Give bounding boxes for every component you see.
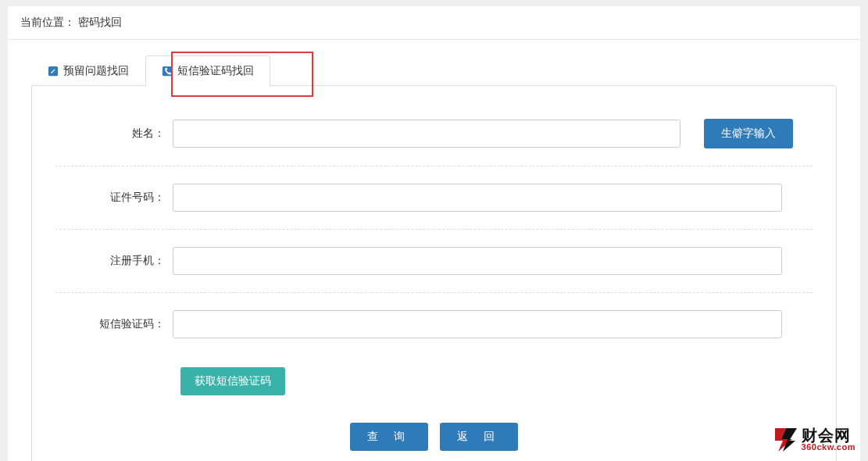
row-sms: 短信验证码： (55, 293, 813, 356)
watermark-text: 财会网 360ckw.com (802, 427, 855, 452)
row-get-code: 获取短信验证码 (55, 356, 813, 415)
breadcrumb: 当前位置： 密码找回 (8, 6, 860, 40)
breadcrumb-label: 当前位置： (20, 16, 75, 28)
row-id: 证件号码： (55, 166, 813, 230)
rare-char-button[interactable]: 生僻字输入 (704, 119, 793, 148)
tab-question-recovery[interactable]: 预留问题找回 (31, 55, 145, 86)
back-button[interactable]: 返 回 (440, 423, 518, 451)
edit-icon (48, 66, 59, 77)
id-label: 证件号码： (55, 191, 173, 205)
tab-question-label: 预留问题找回 (63, 64, 129, 78)
id-input[interactable] (173, 184, 782, 212)
breadcrumb-current: 密码找回 (78, 16, 122, 28)
query-button[interactable]: 查 询 (350, 423, 428, 451)
phone-label: 注册手机： (55, 254, 173, 268)
action-row: 查 询 返 回 (55, 415, 813, 451)
tabs: 预留问题找回 短信验证码找回 (31, 55, 837, 86)
watermark-logo-icon (772, 425, 800, 453)
watermark: 财会网 360ckw.com (772, 425, 855, 453)
row-phone: 注册手机： (55, 230, 813, 293)
name-label: 姓名： (55, 127, 173, 141)
get-sms-code-button[interactable]: 获取短信验证码 (180, 367, 285, 395)
form-panel: 姓名： 生僻字输入 证件号码： 注册手机： 短信验证码： 获取短信验证码 查 询 (31, 85, 837, 461)
page-container: 当前位置： 密码找回 预留问题找回 短信验证码找回 姓名： 生僻 (8, 6, 860, 461)
content-wrapper: 预留问题找回 短信验证码找回 姓名： 生僻字输入 证件号码： 注册手机： (8, 40, 860, 461)
tab-sms-label: 短信验证码找回 (177, 64, 254, 78)
name-input[interactable] (173, 120, 680, 148)
phone-icon (162, 66, 173, 77)
sms-input[interactable] (173, 310, 782, 338)
sms-label: 短信验证码： (55, 317, 173, 331)
watermark-line1: 财会网 (802, 427, 855, 443)
tab-sms-recovery[interactable]: 短信验证码找回 (145, 55, 270, 87)
phone-input[interactable] (173, 247, 782, 275)
row-name: 姓名： 生僻字输入 (55, 102, 813, 166)
watermark-line2: 360ckw.com (802, 443, 855, 452)
